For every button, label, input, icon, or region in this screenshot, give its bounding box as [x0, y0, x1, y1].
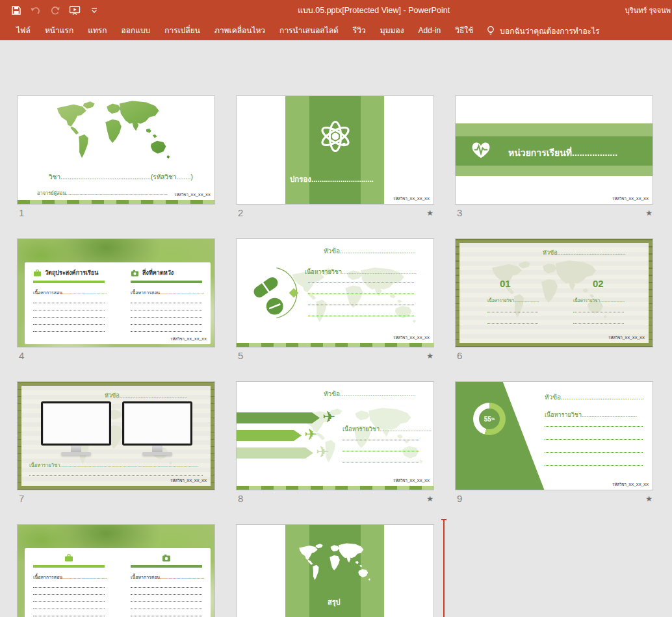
tab-design[interactable]: ออกแบบ	[114, 21, 158, 40]
slide-3-canvas[interactable]: หน่วยการเรียนที่.................. รหัสว…	[455, 95, 653, 205]
transition-star-icon[interactable]: ★	[645, 494, 653, 503]
transition-star-icon[interactable]: ★	[426, 208, 433, 218]
transition-star-icon[interactable]: ★	[645, 208, 653, 218]
ruled-line	[487, 312, 538, 312]
briefcase-icon	[33, 270, 42, 277]
expectations-title: สิ่งที่คาดหวัง	[142, 268, 174, 277]
column-icon-wrap	[131, 554, 202, 562]
customize-qat-button[interactable]	[86, 2, 103, 19]
column-header: วัตถุประสงค์การเรียน	[33, 268, 105, 277]
atom-icon	[317, 118, 354, 155]
ruled-line	[33, 296, 105, 303]
slide-10-canvas[interactable]: เนื้อหาการสอน...........................…	[17, 524, 215, 617]
ruled-line	[545, 465, 643, 466]
slide-meta: 5 ★	[236, 350, 435, 361]
stripe-bar	[18, 200, 214, 204]
tab-review[interactable]: รีวิว	[346, 21, 373, 40]
arrow-banner	[237, 430, 302, 441]
stripe-bar	[237, 343, 433, 347]
tab-animations[interactable]: ภาพเคลื่อนไหว	[207, 21, 272, 40]
slide-thumbnail-5[interactable]: หัวข้อ..................................…	[236, 238, 435, 361]
slide-number: 5	[238, 350, 243, 361]
slide-6-canvas[interactable]: หัวข้อ..................................…	[455, 238, 653, 347]
unit-title: หน่วยการเรียนที่..................	[508, 145, 617, 160]
slide-thumbnail-4[interactable]: วัตถุประสงค์การเรียน เนื้อหาการสอน......…	[17, 238, 216, 361]
window-title: แบบ.05.pptx[Protected View] - PowerPoint	[298, 0, 450, 21]
world-map-graphic	[51, 99, 178, 171]
slide-9-canvas[interactable]: 55% หัวข้อ..............................…	[455, 381, 653, 490]
transition-star-icon[interactable]: ★	[426, 351, 433, 360]
tab-insert[interactable]: แทรก	[81, 21, 114, 40]
ruled-line	[131, 325, 202, 332]
slide-number: 7	[19, 493, 24, 504]
app-window: แบบ.05.pptx[Protected View] - PowerPoint…	[0, 0, 672, 617]
content-label: เนื้อหารายวิชา.....................	[487, 297, 539, 304]
left-column: เนื้อหาการสอน...........................…	[33, 554, 105, 616]
ruled-line	[308, 283, 414, 283]
slide-4-canvas[interactable]: วัตถุประสงค์การเรียน เนื้อหาการสอน......…	[17, 238, 215, 347]
tell-me-label: บอกฉันว่าคุณต้องการทำอะไร	[500, 25, 599, 37]
slide-2-canvas[interactable]: ปกรอง.............................. รหัส…	[236, 95, 434, 205]
slide-thumbnail-2[interactable]: ปกรอง.............................. รหัส…	[236, 95, 435, 218]
course-code: รหัสวิชา_XX_XX_XX	[393, 477, 430, 484]
ruled-line	[487, 323, 538, 324]
ruled-line	[131, 581, 202, 588]
slide-1-canvas[interactable]: วิชา....................................…	[17, 95, 215, 205]
tab-slideshow[interactable]: การนำเสนอสไลด์	[272, 21, 346, 40]
monitor-stand	[152, 446, 162, 452]
ruled-line	[342, 440, 419, 440]
ruled-line	[33, 588, 105, 595]
lightbulb-icon	[485, 25, 496, 36]
slide-5-canvas[interactable]: หัวข้อ..................................…	[236, 238, 434, 347]
content-label: เนื้อหาการสอน...........................…	[33, 289, 105, 296]
paper-panel: หัวข้อ..................................…	[21, 386, 211, 486]
ruled-line	[545, 439, 643, 440]
account-name[interactable]: บุรินทร์ รุจจนพ	[625, 0, 671, 21]
slide-thumbnail-7[interactable]: หัวข้อ..................................…	[17, 381, 216, 504]
pills-icon	[246, 265, 302, 321]
slide-meta: 4	[17, 350, 216, 361]
band	[285, 525, 309, 617]
slide-thumbnail-6[interactable]: หัวข้อ..................................…	[455, 238, 654, 361]
undo-button[interactable]	[27, 2, 44, 19]
content-label: เนื้อหาการสอน...........................…	[131, 289, 202, 296]
tab-help[interactable]: วิธีใช้	[448, 21, 480, 40]
underline-bar	[33, 281, 105, 283]
ruled-line	[545, 452, 643, 453]
slide-title: หัวข้อ..................................…	[324, 389, 416, 399]
start-slideshow-button[interactable]	[66, 2, 83, 19]
subject-line: วิชา....................................…	[49, 172, 193, 182]
ruled-line	[573, 323, 624, 324]
slide-7-canvas[interactable]: หัวข้อ..................................…	[17, 381, 215, 490]
tab-file[interactable]: ไฟล์	[9, 21, 38, 40]
tab-view[interactable]: มุมมอง	[373, 21, 411, 40]
slide-8-canvas[interactable]: หัวข้อ..................................…	[236, 381, 434, 490]
tab-transitions[interactable]: การเปลี่ยน	[157, 21, 207, 40]
tab-addins[interactable]: Add-in	[411, 21, 448, 40]
airplane-icon: ✈	[316, 444, 329, 460]
band	[361, 96, 384, 204]
slide-thumbnail-10[interactable]: เนื้อหาการสอน...........................…	[17, 524, 216, 617]
underline-bar	[33, 565, 105, 568]
save-button[interactable]	[8, 2, 25, 19]
transition-star-icon[interactable]: ★	[426, 494, 433, 503]
slide-thumbnail-1[interactable]: วิชา....................................…	[17, 95, 216, 218]
content-label: เนื้อหารายวิชา..........................…	[545, 410, 637, 420]
save-icon	[11, 5, 21, 16]
slide-meta: 7	[17, 493, 216, 504]
tell-me-box[interactable]: บอกฉันว่าคุณต้องการทำอะไร	[480, 25, 599, 37]
redo-button[interactable]	[47, 2, 64, 19]
slide-thumbnail-9[interactable]: 55% หัวข้อ..............................…	[455, 381, 654, 504]
monitor-base	[61, 452, 91, 455]
monitor-base	[142, 452, 172, 455]
underline-bar	[131, 565, 202, 568]
slide-11-canvas[interactable]: สรุป รหัสวิชา_XX_XX_XX	[236, 524, 434, 617]
column-header: สิ่งที่คาดหวัง	[131, 268, 202, 277]
content-label: เนื้อหาการสอน...........................…	[33, 573, 105, 581]
title-bar: แบบ.05.pptx[Protected View] - PowerPoint…	[0, 0, 672, 21]
slide-thumbnail-3[interactable]: หน่วยการเรียนที่.................. รหัสว…	[455, 95, 654, 218]
course-code: รหัสวิชา_XX_XX_XX	[170, 336, 207, 342]
slide-thumbnail-11[interactable]: สรุป รหัสวิชา_XX_XX_XX 11 ★	[236, 524, 435, 617]
tab-home[interactable]: หน้าแรก	[38, 21, 81, 40]
slide-thumbnail-8[interactable]: หัวข้อ..................................…	[236, 381, 435, 504]
